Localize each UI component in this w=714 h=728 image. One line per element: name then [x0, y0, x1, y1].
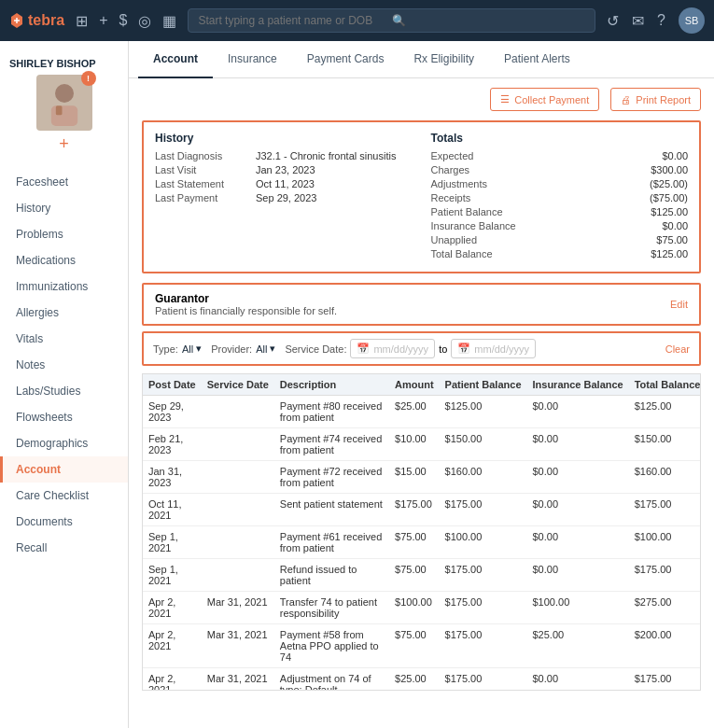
sidebar-item-demographics[interactable]: Demographics: [0, 430, 128, 456]
cell-service-date: [202, 494, 274, 526]
sidebar-item-vitals[interactable]: Vitals: [0, 326, 128, 352]
cell-insurance-balance: $0.00: [527, 494, 629, 526]
cell-patient-balance: $175.00: [440, 624, 527, 668]
collect-payment-icon: ☰: [500, 93, 510, 105]
collect-payment-button[interactable]: ☰ Collect Payment: [490, 88, 599, 111]
guarantor-info: Guarantor Patient is financially respons…: [155, 292, 337, 316]
sidebar-item-flowsheets[interactable]: Flowsheets: [0, 404, 128, 430]
action-row: ☰ Collect Payment 🖨 Print Report: [142, 88, 701, 111]
table-row[interactable]: Sep 1, 2021 Refund issued to patient $75…: [143, 559, 701, 592]
plus-icon[interactable]: +: [99, 12, 107, 29]
cell-total-balance: $100.00: [629, 526, 701, 559]
cell-post-date: Jan 31, 2023: [143, 461, 202, 494]
history-title: History: [155, 132, 413, 145]
total-row: Receipts($75.00): [431, 192, 689, 203]
table-row[interactable]: Sep 1, 2021 Payment #61 received from pa…: [143, 526, 701, 559]
cell-total-balance: $160.00: [629, 461, 701, 494]
table-row[interactable]: Apr 2, 2021 Mar 31, 2021 Payment #58 fro…: [143, 624, 701, 668]
location-icon[interactable]: ◎: [138, 12, 151, 30]
filter-row: Type: All ▾ Provider: All ▾ Service Date…: [142, 331, 701, 366]
patient-info: SHIRLEY BISHOP ! +: [0, 50, 128, 161]
table-row[interactable]: Feb 21, 2023 Payment #74 received from p…: [143, 428, 701, 461]
calendar-icon: 📅: [357, 343, 370, 355]
sidebar-item-care-checklist[interactable]: Care Checklist: [0, 483, 128, 509]
guarantor-title: Guarantor: [155, 292, 337, 305]
cell-patient-balance: $175.00: [440, 559, 527, 592]
avatar[interactable]: SB: [679, 7, 705, 34]
col-total-balance: Total Balance: [629, 374, 701, 396]
sidebar-item-immunizations[interactable]: Immunizations: [0, 273, 128, 300]
tab-rx-eligibility[interactable]: Rx Eligibility: [399, 41, 489, 78]
cell-service-date: Mar 31, 2021: [202, 624, 274, 668]
print-icon: 🖨: [621, 94, 631, 105]
cell-patient-balance: $175.00: [440, 494, 527, 526]
table-row[interactable]: Oct 11, 2021 Sent patient statement $175…: [143, 494, 701, 526]
sidebar-item-medications[interactable]: Medications: [0, 247, 128, 273]
type-filter: Type: All ▾: [153, 343, 202, 355]
patient-name: SHIRLEY BISHOP: [9, 58, 96, 69]
tab-insurance[interactable]: Insurance: [213, 41, 292, 78]
cell-total-balance: $200.00: [629, 624, 701, 668]
add-patient-button[interactable]: +: [59, 134, 69, 154]
sidebar-item-documents[interactable]: Documents: [0, 509, 128, 535]
table-header: Post Date Service Date Description Amoun…: [143, 374, 701, 396]
nav-right: ↺ ✉ ? SB: [607, 7, 705, 34]
cell-post-date: Apr 2, 2021: [143, 592, 202, 624]
tab-payment-cards[interactable]: Payment Cards: [292, 41, 399, 78]
type-select[interactable]: All ▾: [182, 343, 202, 355]
tab-account[interactable]: Account: [138, 41, 213, 78]
tab-patient-alerts[interactable]: Patient Alerts: [489, 41, 585, 78]
dollar-icon[interactable]: $: [119, 12, 127, 29]
table-row[interactable]: Apr 2, 2021 Mar 31, 2021 Adjustment on 7…: [143, 668, 701, 692]
cell-post-date: Sep 1, 2021: [143, 559, 202, 592]
tabs: Account Insurance Payment Cards Rx Eligi…: [129, 41, 714, 78]
sidebar-item-labs[interactable]: Labs/Studies: [0, 378, 128, 404]
provider-select[interactable]: All ▾: [256, 343, 275, 355]
sidebar-item-notes[interactable]: Notes: [0, 352, 128, 378]
cell-total-balance: $175.00: [629, 559, 701, 592]
search-input[interactable]: [198, 14, 385, 27]
svg-rect-2: [55, 105, 62, 115]
service-date-to[interactable]: 📅 mm/dd/yyyy: [451, 339, 536, 358]
mail-icon[interactable]: ✉: [632, 12, 644, 30]
cell-amount: $75.00: [389, 526, 440, 559]
cell-amount: $15.00: [389, 461, 440, 494]
cell-total-balance: $175.00: [629, 494, 701, 526]
grid-icon[interactable]: ⊞: [76, 12, 88, 30]
sidebar-item-recall[interactable]: Recall: [0, 535, 128, 561]
totals-block: Totals Expected$0.00Charges$300.00Adjust…: [431, 132, 689, 262]
ledger-table-wrap: Post Date Service Date Description Amoun…: [142, 373, 701, 691]
sidebar-item-history[interactable]: History: [0, 195, 128, 221]
cell-insurance-balance: $0.00: [527, 428, 629, 461]
cell-amount: $25.00: [389, 396, 440, 428]
cell-patient-balance: $150.00: [440, 428, 527, 461]
svg-point-0: [55, 84, 74, 103]
history-icon[interactable]: ↺: [607, 12, 619, 30]
guarantor-section: Guarantor Patient is financially respons…: [142, 283, 701, 326]
chevron-down-icon: ▾: [196, 343, 202, 355]
sidebar-item-problems[interactable]: Problems: [0, 221, 128, 247]
cell-post-date: Apr 2, 2021: [143, 624, 202, 668]
cell-description: Payment #61 received from patient: [274, 526, 389, 559]
calendar-icon-2: 📅: [457, 343, 470, 355]
search-bar[interactable]: 🔍: [188, 8, 595, 33]
sidebar-nav: Facesheet History Problems Medications I…: [0, 169, 128, 561]
table-row[interactable]: Sep 29, 2023 Payment #80 received from p…: [143, 396, 701, 428]
col-description: Description: [274, 374, 389, 396]
chevron-down-icon-2: ▾: [270, 343, 275, 355]
cell-patient-balance: $100.00: [440, 526, 527, 559]
history-totals: History Last Diagnosis J32.1 - Chronic f…: [155, 132, 688, 262]
top-nav: tebra ⊞ + $ ◎ ▦ 🔍 ↺ ✉ ? SB: [0, 0, 714, 41]
sidebar-item-facesheet[interactable]: Facesheet: [0, 169, 128, 195]
help-icon[interactable]: ?: [657, 12, 665, 29]
chart-icon[interactable]: ▦: [162, 12, 176, 30]
print-report-button[interactable]: 🖨 Print Report: [610, 88, 701, 111]
service-date-from[interactable]: 📅 mm/dd/yyyy: [350, 339, 435, 358]
clear-button[interactable]: Clear: [665, 343, 690, 355]
cell-total-balance: $150.00: [629, 428, 701, 461]
table-row[interactable]: Jan 31, 2023 Payment #72 received from p…: [143, 461, 701, 494]
edit-guarantor-link[interactable]: Edit: [670, 299, 688, 310]
sidebar-item-account[interactable]: Account: [0, 456, 128, 483]
table-row[interactable]: Apr 2, 2021 Mar 31, 2021 Transfer 74 to …: [143, 592, 701, 624]
sidebar-item-allergies[interactable]: Allergies: [0, 300, 128, 326]
